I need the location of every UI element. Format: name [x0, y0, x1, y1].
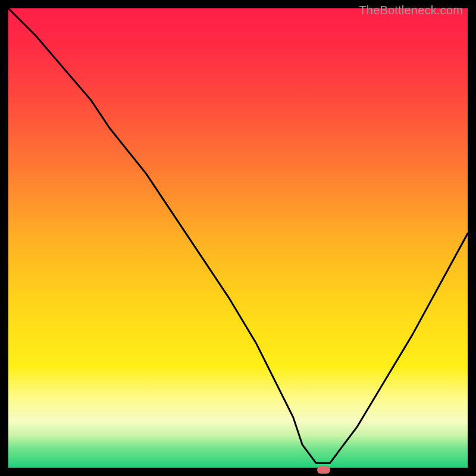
attribution-text: TheBottleneck.com	[359, 4, 463, 17]
optimal-point-marker	[317, 466, 330, 474]
bottleneck-chart	[8, 8, 468, 468]
chart-frame: TheBottleneck.com	[6, 6, 470, 470]
gradient-background	[8, 8, 468, 468]
